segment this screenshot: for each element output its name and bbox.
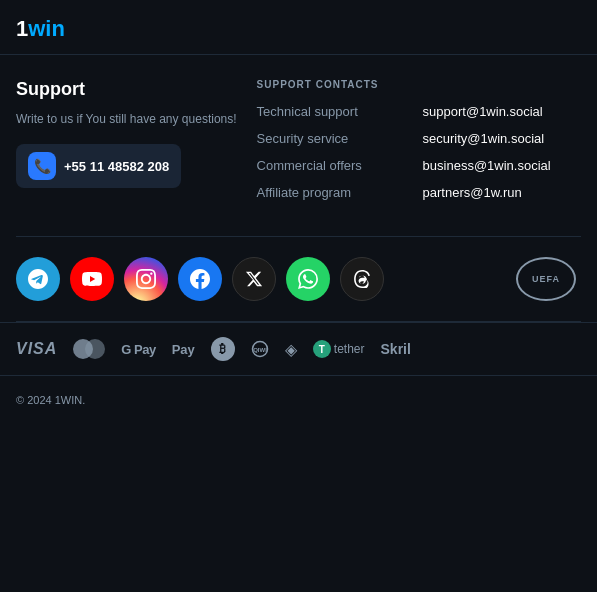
mastercard-circle-right bbox=[85, 339, 105, 359]
support-title: Support bbox=[16, 79, 237, 100]
phone-number: +55 11 48582 208 bbox=[64, 159, 169, 174]
support-left: Support Write to us if You still have an… bbox=[16, 79, 237, 212]
gpay-icon: G Pay bbox=[121, 342, 155, 357]
svg-text:QIWI: QIWI bbox=[253, 347, 267, 353]
qiwi-svg-icon: QIWI bbox=[251, 340, 269, 358]
support-description: Write to us if You still have any questi… bbox=[16, 110, 237, 128]
bitcoin-payment: ₿ bbox=[211, 337, 235, 361]
contact-label-technical: Technical support bbox=[257, 104, 407, 119]
skrill-payment: Skril bbox=[381, 341, 411, 357]
social-icons bbox=[16, 257, 384, 301]
phone-icon: 📞 bbox=[28, 152, 56, 180]
visa-payment: VISA bbox=[16, 340, 57, 358]
bitcoin-icon: ₿ bbox=[211, 337, 235, 361]
phone-button[interactable]: 📞 +55 11 48582 208 bbox=[16, 144, 181, 188]
applepay-payment: Pay bbox=[172, 342, 195, 357]
contact-row-affiliate: Affiliate program partners@1w.run bbox=[257, 185, 581, 200]
gpay-payment: G Pay bbox=[121, 342, 155, 357]
contact-label-security: Security service bbox=[257, 131, 407, 146]
header: 1win bbox=[0, 0, 597, 55]
contact-row-technical: Technical support support@1win.social bbox=[257, 104, 581, 119]
mastercard-payment bbox=[73, 339, 105, 359]
copyright-text: © 2024 1WIN. bbox=[16, 394, 85, 406]
contact-email-technical[interactable]: support@1win.social bbox=[423, 104, 543, 119]
contact-email-security[interactable]: security@1win.social bbox=[423, 131, 545, 146]
logo-text: 1win bbox=[16, 16, 65, 42]
contact-email-commercial[interactable]: business@1win.social bbox=[423, 158, 551, 173]
contact-label-affiliate: Affiliate program bbox=[257, 185, 407, 200]
contact-row-security: Security service security@1win.social bbox=[257, 131, 581, 146]
contact-email-affiliate[interactable]: partners@1w.run bbox=[423, 185, 522, 200]
support-right: SUPPORT CONTACTS Technical support suppo… bbox=[257, 79, 581, 212]
payment-icons: VISA G Pay Pay ₿ QIWI ◈ T tethe bbox=[16, 337, 581, 361]
threads-icon[interactable] bbox=[340, 257, 384, 301]
uefa-logo: UEFA bbox=[511, 257, 581, 301]
instagram-icon[interactable] bbox=[124, 257, 168, 301]
tether-circle-icon: T bbox=[313, 340, 331, 358]
x-icon[interactable] bbox=[232, 257, 276, 301]
ethereum-payment: ◈ bbox=[285, 340, 297, 359]
facebook-icon[interactable] bbox=[178, 257, 222, 301]
ethereum-icon: ◈ bbox=[285, 340, 297, 359]
applepay-icon: Pay bbox=[172, 342, 195, 357]
social-section: UEFA bbox=[0, 237, 597, 321]
tether-label: tether bbox=[334, 342, 365, 356]
support-contacts-label: SUPPORT CONTACTS bbox=[257, 79, 581, 90]
footer: © 2024 1WIN. bbox=[0, 376, 597, 422]
contact-label-commercial: Commercial offers bbox=[257, 158, 407, 173]
skrill-icon: Skril bbox=[381, 341, 411, 357]
uefa-circle: UEFA bbox=[516, 257, 576, 301]
youtube-icon[interactable] bbox=[70, 257, 114, 301]
logo: 1win bbox=[16, 16, 581, 42]
tether-payment: T tether bbox=[313, 340, 365, 358]
telegram-icon[interactable] bbox=[16, 257, 60, 301]
contact-row-commercial: Commercial offers business@1win.social bbox=[257, 158, 581, 173]
qiwi-payment: QIWI bbox=[251, 340, 269, 358]
main-content: Support Write to us if You still have an… bbox=[0, 55, 597, 236]
visa-icon: VISA bbox=[16, 340, 57, 358]
uefa-text: UEFA bbox=[532, 274, 560, 284]
whatsapp-icon[interactable] bbox=[286, 257, 330, 301]
payment-section: VISA G Pay Pay ₿ QIWI ◈ T tethe bbox=[0, 322, 597, 376]
